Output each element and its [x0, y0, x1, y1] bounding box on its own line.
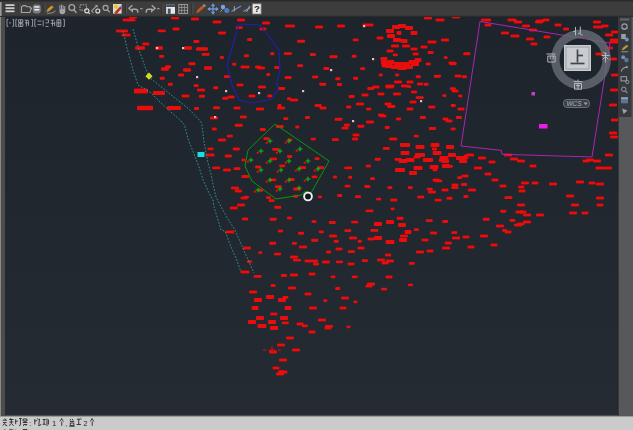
svg-text:2: 2 [84, 419, 88, 429]
svg-text:,: , [65, 419, 67, 429]
svg-text:1: 1 [52, 419, 56, 429]
svg-text::: : [29, 419, 31, 429]
svg-text:?: ? [254, 3, 260, 14]
svg-text:WCS: WCS [566, 100, 582, 107]
